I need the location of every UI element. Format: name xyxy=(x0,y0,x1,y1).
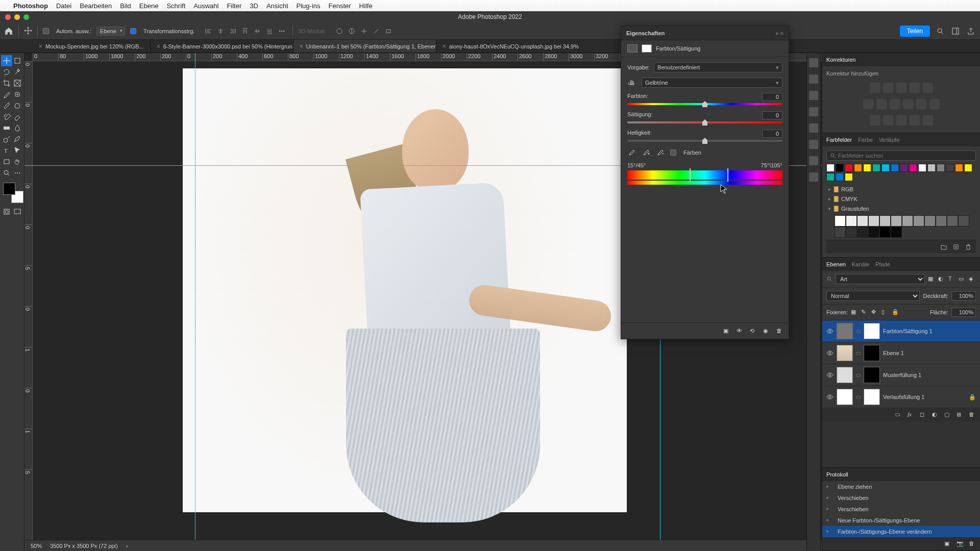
finger-scrub-icon[interactable] xyxy=(627,78,638,88)
new-adjustment-icon[interactable]: ◐ xyxy=(932,411,939,418)
history-item[interactable]: ▫Ebene ziehen xyxy=(822,481,980,492)
selective-color-icon[interactable] xyxy=(923,115,933,126)
clone-stamp-tool[interactable] xyxy=(12,100,23,111)
artboard-tool[interactable] xyxy=(12,55,23,66)
filter-shape-icon[interactable]: ▭ xyxy=(959,276,966,283)
move-tool-icon[interactable] xyxy=(24,27,32,36)
gray-swatch[interactable] xyxy=(879,215,891,227)
new-swatch-icon[interactable] xyxy=(952,243,960,251)
delete-swatch-icon[interactable] xyxy=(965,243,972,251)
gray-swatch[interactable] xyxy=(936,215,947,227)
history-item[interactable]: ▫Neue Farbton-/Sättigungs-Ebene xyxy=(822,515,980,526)
invert-icon[interactable] xyxy=(870,115,880,126)
close-tab-icon[interactable]: × xyxy=(443,43,446,50)
screen-mode-button[interactable] xyxy=(12,206,23,217)
layer-mask-thumb[interactable] xyxy=(864,323,880,339)
levels-icon[interactable] xyxy=(883,83,893,93)
color-lookup-icon[interactable] xyxy=(929,99,940,109)
magic-wand-tool[interactable] xyxy=(12,66,23,78)
actions-panel-icon[interactable] xyxy=(809,172,818,182)
gray-swatch[interactable] xyxy=(857,227,868,238)
frame-tool[interactable] xyxy=(12,78,23,89)
libraries-panel-icon[interactable] xyxy=(809,156,818,165)
color-swatch[interactable] xyxy=(964,164,972,172)
close-tab-icon[interactable]: × xyxy=(300,43,303,50)
rgb-folder[interactable]: ▇RGB xyxy=(826,184,976,194)
brush-tool[interactable] xyxy=(1,100,12,111)
layer-mask-icon[interactable] xyxy=(642,44,652,53)
menu-window[interactable]: Fenster xyxy=(329,2,351,10)
colorize-checkbox[interactable] xyxy=(670,149,676,156)
layers-tab[interactable]: Ebenen xyxy=(826,261,846,267)
healing-brush-tool[interactable] xyxy=(12,89,23,100)
color-swatch[interactable] xyxy=(881,164,890,172)
lock-transparent-icon[interactable]: ▦ xyxy=(851,309,858,316)
character-panel-icon[interactable] xyxy=(809,107,818,116)
paths-tab[interactable]: Pfade xyxy=(875,261,890,267)
gray-swatch[interactable] xyxy=(879,227,891,238)
black-white-icon[interactable] xyxy=(890,99,900,109)
lock-icon[interactable]: 🔒 xyxy=(969,394,976,400)
color-swatch[interactable] xyxy=(946,164,954,172)
visibility-icon[interactable] xyxy=(826,349,834,357)
align-bottom-button[interactable] xyxy=(264,26,275,37)
cmyk-folder[interactable]: ▇CMYK xyxy=(826,194,976,204)
info-panel-icon[interactable] xyxy=(809,58,818,67)
visibility-icon[interactable] xyxy=(826,328,834,335)
align-center-h-button[interactable] xyxy=(215,26,226,37)
gray-swatch[interactable] xyxy=(947,215,958,227)
gray-swatch[interactable] xyxy=(857,215,868,227)
transform-controls-checkbox[interactable] xyxy=(130,28,136,34)
eyedropper-tool[interactable] xyxy=(1,89,12,100)
type-tool[interactable]: T xyxy=(1,145,12,156)
lock-image-icon[interactable]: ✎ xyxy=(861,309,868,316)
gray-swatch[interactable] xyxy=(958,215,969,227)
align-right-button[interactable] xyxy=(227,26,238,37)
lightness-slider-thumb[interactable] xyxy=(702,138,707,144)
saturation-slider[interactable] xyxy=(627,121,782,123)
layer-row[interactable]: ⬭ Farbton/Sättigung 1 xyxy=(822,320,980,342)
photo-filter-icon[interactable] xyxy=(903,99,913,109)
fill-value[interactable]: 100% xyxy=(951,308,976,317)
channels-tab[interactable]: Kanäle xyxy=(852,261,869,267)
exposure-icon[interactable] xyxy=(910,83,920,93)
layer-mask-thumb[interactable] xyxy=(864,367,880,383)
menu-layer[interactable]: Ebene xyxy=(139,2,159,10)
eyedropper-subtract-icon[interactable] xyxy=(656,148,665,157)
gray-swatch[interactable] xyxy=(846,227,857,238)
gradients-tab[interactable]: Verläufe xyxy=(879,137,899,143)
vertical-ruler[interactable]: 00000501015 xyxy=(24,61,33,551)
color-swatch[interactable] xyxy=(955,164,963,172)
layer-mask-thumb[interactable] xyxy=(864,389,880,405)
more-align-button[interactable] xyxy=(276,26,287,37)
lock-nested-icon[interactable]: ▯ xyxy=(881,309,889,316)
brightness-contrast-icon[interactable] xyxy=(870,83,880,93)
gray-swatch[interactable] xyxy=(891,215,902,227)
lock-position-icon[interactable]: ✥ xyxy=(871,309,878,316)
vibrance-icon[interactable] xyxy=(923,83,933,93)
workspace-icon[interactable] xyxy=(950,26,961,36)
layer-row[interactable]: ⬭ Ebene 1 xyxy=(822,342,980,364)
saturation-slider-thumb[interactable] xyxy=(702,119,707,126)
color-swatch[interactable] xyxy=(872,164,880,172)
foreground-color[interactable] xyxy=(3,183,15,195)
gray-swatch[interactable] xyxy=(902,215,913,227)
view-previous-icon[interactable]: 👁 xyxy=(737,328,744,335)
color-swatches[interactable] xyxy=(3,183,23,203)
delete-adjustment-icon[interactable]: 🗑 xyxy=(776,328,783,335)
lightness-slider[interactable] xyxy=(627,140,782,142)
history-brush-tool[interactable] xyxy=(1,111,12,122)
corrections-tab[interactable]: Korrekturen xyxy=(826,57,855,63)
rectangle-tool[interactable] xyxy=(1,156,12,167)
color-swatch[interactable] xyxy=(937,164,945,172)
gray-swatch[interactable] xyxy=(913,215,924,227)
align-center-v-button[interactable] xyxy=(252,26,263,37)
layer-filter-type[interactable]: Art xyxy=(836,274,925,284)
history-item[interactable]: ▫Verschieben xyxy=(822,492,980,504)
color-swatch[interactable] xyxy=(826,164,835,172)
layer-name[interactable]: Verlaufsfüllung 1 xyxy=(883,394,924,400)
menu-3d[interactable]: 3D xyxy=(250,2,258,10)
glyphs-panel-icon[interactable] xyxy=(809,140,818,149)
hue-saturation-icon[interactable] xyxy=(863,99,873,109)
menu-file[interactable]: Datei xyxy=(56,2,71,10)
